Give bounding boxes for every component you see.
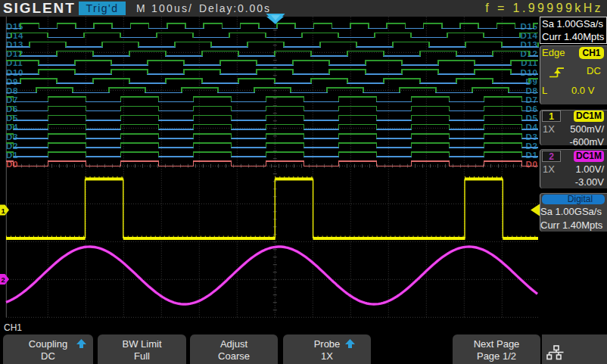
svg-text:D7: D7 xyxy=(526,95,538,104)
svg-text:D5: D5 xyxy=(526,114,538,123)
svg-text:D13: D13 xyxy=(6,40,23,49)
svg-text:D10: D10 xyxy=(6,68,23,77)
svg-text:1: 1 xyxy=(2,207,6,215)
svg-text:D13: D13 xyxy=(521,40,538,49)
svg-text:D9: D9 xyxy=(6,77,18,86)
svg-text:D2: D2 xyxy=(526,142,538,151)
svg-text:D3: D3 xyxy=(526,132,538,142)
svg-text:D10: D10 xyxy=(521,68,538,77)
svg-text:D0: D0 xyxy=(526,160,538,169)
svg-text:D6: D6 xyxy=(526,104,538,114)
svg-text:D1: D1 xyxy=(526,151,538,160)
svg-text:D8: D8 xyxy=(6,86,18,95)
svg-text:D8: D8 xyxy=(526,86,538,95)
svg-text:D4: D4 xyxy=(526,123,538,132)
svg-text:2: 2 xyxy=(2,275,5,284)
